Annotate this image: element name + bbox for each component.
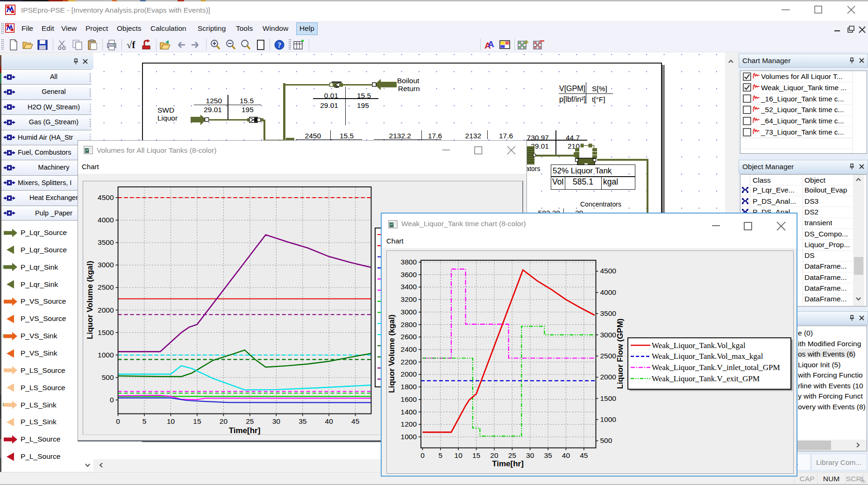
svg-text:Liquor Volume (kgal): Liquor Volume (kgal) [387, 314, 396, 393]
svg-text:4500: 4500 [600, 267, 617, 275]
svg-text:1400: 1400 [401, 408, 417, 416]
svg-text:1000: 1000 [98, 351, 114, 359]
svg-text:1800: 1800 [401, 383, 417, 391]
svg-text:4000: 4000 [600, 288, 617, 296]
svg-text:2000: 2000 [600, 373, 617, 381]
svg-text:3500: 3500 [600, 309, 617, 317]
svg-text:1500: 1500 [98, 328, 114, 336]
svg-text:3600: 3600 [401, 271, 417, 278]
svg-text:20: 20 [490, 451, 498, 459]
svg-text:2800: 2800 [401, 321, 417, 328]
svg-text:35: 35 [544, 451, 552, 459]
svg-text:15: 15 [193, 417, 201, 425]
svg-text:Weak_Liquor_Tank.Vol_max_kgal: Weak_Liquor_Tank.Vol_max_kgal [652, 352, 763, 361]
svg-text:0: 0 [116, 417, 120, 425]
svg-text:Weak_Liquor_Tank.Vol_kgal: Weak_Liquor_Tank.Vol_kgal [652, 341, 746, 350]
svg-text:15: 15 [472, 451, 480, 459]
svg-text:3000: 3000 [401, 308, 417, 316]
svg-text:30: 30 [272, 417, 281, 425]
svg-text:500: 500 [600, 436, 612, 444]
svg-text:25: 25 [246, 417, 254, 425]
svg-text:?: ? [277, 41, 281, 49]
svg-text:1000: 1000 [600, 415, 617, 423]
svg-text:3500: 3500 [98, 238, 114, 246]
svg-text:2000: 2000 [98, 306, 114, 314]
svg-text:Time[hr]: Time[hr] [229, 426, 261, 435]
svg-text:2200: 2200 [401, 358, 417, 366]
svg-text:Weak_Liquor_Tank.V_inlet_total: Weak_Liquor_Tank.V_inlet_total_GPM [652, 363, 780, 372]
svg-text:A: A [488, 39, 494, 49]
svg-text:2000: 2000 [401, 370, 417, 378]
svg-text:25: 25 [508, 451, 516, 459]
svg-text:1500: 1500 [600, 394, 617, 402]
svg-text:45: 45 [351, 417, 359, 425]
svg-text:3000: 3000 [98, 261, 114, 269]
svg-text:500: 500 [102, 373, 114, 381]
svg-text:45: 45 [580, 451, 588, 459]
svg-text:10: 10 [455, 451, 463, 459]
svg-text:20: 20 [220, 417, 228, 425]
svg-text:3000: 3000 [600, 331, 617, 339]
svg-text:2500: 2500 [98, 283, 114, 291]
svg-text:30: 30 [526, 451, 534, 459]
svg-text:5: 5 [142, 417, 147, 425]
svg-text:10: 10 [167, 417, 175, 425]
svg-text:0: 0 [110, 396, 114, 404]
svg-text:Liquor Flow (GPM): Liquor Flow (GPM) [616, 318, 625, 389]
svg-text:1600: 1600 [401, 395, 417, 403]
svg-text:Time[hr]: Time[hr] [492, 459, 524, 468]
svg-text:√f: √f [127, 39, 136, 50]
svg-text:1000: 1000 [401, 433, 417, 441]
svg-text:0: 0 [420, 451, 425, 459]
svg-text:2600: 2600 [401, 333, 417, 341]
svg-text:40: 40 [325, 417, 334, 425]
svg-text:Liquor Volume (kgal): Liquor Volume (kgal) [85, 261, 94, 339]
svg-text:Weak_Liquor_Tank.V_exit_GPM: Weak_Liquor_Tank.V_exit_GPM [652, 374, 760, 383]
svg-text:3200: 3200 [401, 295, 417, 303]
svg-text:2500: 2500 [600, 352, 617, 360]
svg-text:40: 40 [562, 451, 570, 459]
svg-text:3400: 3400 [401, 283, 417, 291]
svg-text:3800: 3800 [401, 258, 417, 266]
svg-text:4000: 4000 [98, 216, 114, 224]
svg-text:2400: 2400 [401, 345, 417, 353]
svg-text:5: 5 [439, 451, 443, 459]
svg-text:4500: 4500 [98, 193, 114, 201]
svg-text:35: 35 [299, 417, 306, 425]
svg-text:1200: 1200 [401, 420, 417, 428]
